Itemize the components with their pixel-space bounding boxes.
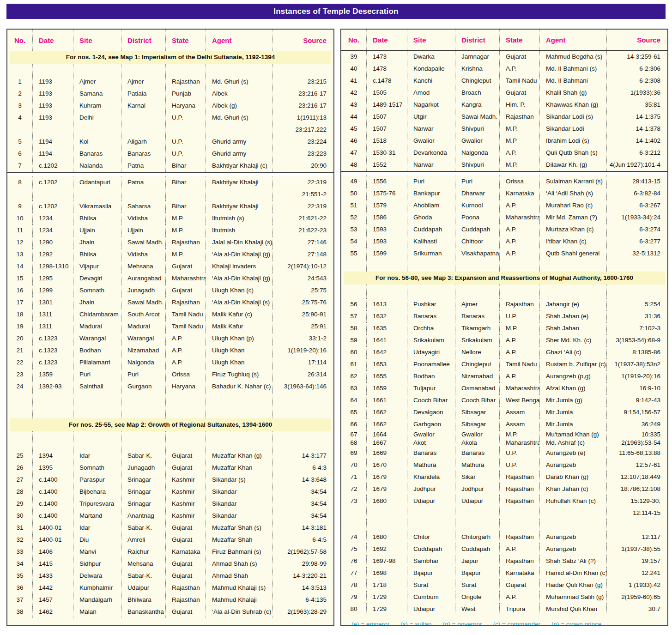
cell-no: 64: [341, 394, 366, 406]
cell-site: Akot: [407, 439, 455, 447]
cell-source: 34:54: [272, 498, 333, 510]
source-line: 14-1:375: [607, 111, 660, 123]
table-row: 661662GarhgaonSibsagarAssamMir Jumla36:2…: [341, 418, 667, 430]
cell-source: 34:54: [272, 486, 333, 498]
table-row: 511579AhobilamKurnoolA.P.Murahari Rao (c…: [341, 200, 667, 212]
source-line: 6-3:267: [607, 200, 660, 212]
cell-date: 1632: [366, 310, 407, 322]
cell-district: Nalgonda: [455, 147, 499, 159]
legend-item: (e) = emperor: [351, 621, 389, 626]
cell-district: Osmanabad: [455, 382, 499, 394]
cell-source: 17:114: [272, 357, 333, 369]
cell-site: Pushkar: [407, 298, 455, 310]
cell-date: c.1323: [32, 333, 73, 345]
cell-date: 1662: [366, 418, 407, 430]
cell-district: Cuddapah: [455, 224, 499, 236]
table-row: 371457MandalgarhBhilwaraRajasthanMahmud …: [7, 594, 333, 606]
cell-date: 1530-31: [366, 147, 407, 159]
table-body-left: For nos. 1-24, see Map 1: Imperialism of…: [7, 51, 333, 618]
cell-site: Kumbhalmir: [73, 582, 121, 594]
spacer-cell: [7, 393, 32, 418]
cell-site: Malan: [73, 606, 121, 618]
cell-no: 35: [7, 570, 32, 582]
cell-agent: Muhammad Salih (g): [539, 591, 606, 603]
cell-agent: Rustam b. Zulfiqar (c): [539, 358, 606, 370]
cell-site: Cuddapah: [407, 543, 455, 555]
table-row: 161299SomnathJunagadhGujaratUlugh Khan (…: [7, 284, 333, 296]
spacer-cell: [165, 64, 206, 76]
cell-source: 6-3:277: [606, 236, 667, 248]
cell-site: Delhi: [73, 112, 121, 136]
cell-site: Dwarka: [407, 51, 455, 63]
page: Instances of Temple Desecration No. Date…: [0, 0, 672, 626]
cell-district: Jodhpur: [455, 483, 499, 495]
cell-no: 67: [341, 430, 366, 439]
cell-source: 15:129-30;12:114-15: [606, 495, 667, 519]
cell-site: Bankapur: [407, 187, 455, 200]
source-line: 2(1963):28-29: [273, 606, 327, 618]
cell-site: Khandela: [407, 471, 455, 483]
cell-state: Tamil Nadu: [165, 308, 206, 321]
table-row: 311400-01IdarSabar-K.GujaratMuzaffar Sha…: [7, 522, 333, 534]
cell-site: Delwara: [73, 570, 121, 582]
spacer-cell: [539, 519, 606, 531]
cell-site: Kanchi: [407, 75, 455, 87]
cell-district: Sawai Madh.: [121, 236, 165, 248]
source-line: 6-2:306: [607, 63, 660, 75]
cell-no: 57: [341, 310, 366, 322]
legend-item: (g) = governor: [442, 621, 482, 626]
cell-date: 1653: [366, 358, 407, 370]
cell-agent: Muzaffar Khan (g): [206, 450, 272, 462]
cell-district: Chittoor: [455, 236, 499, 248]
cell-state: Maharashtra: [499, 212, 539, 224]
cell-date: 1729: [366, 591, 407, 603]
cell-no: 1: [7, 76, 32, 88]
cell-date: 1664: [366, 430, 407, 439]
cell-date: 1692: [366, 543, 407, 555]
source-line: 14-1:402: [607, 135, 660, 147]
source-line: 17:114: [273, 357, 327, 369]
table-row: 121290JhainSawai Madh.RajasthanJalal al-…: [7, 236, 333, 248]
cell-site: Odantapuri: [73, 176, 121, 200]
source-line: 12:57-61: [607, 459, 660, 471]
cell-agent: Haidar Quli Khan (g): [539, 579, 606, 591]
cell-no: 25: [7, 450, 32, 462]
cell-district: Anantnag: [121, 510, 165, 522]
cell-no: 36: [7, 582, 32, 594]
cell-date: 1290: [32, 236, 73, 248]
table-row: 391473DwarkaJamnagarGujaratMahmud Begdha…: [341, 51, 667, 63]
cell-site: Kuhram: [73, 100, 121, 112]
cell-agent: Khalaji invaders: [206, 260, 272, 272]
cell-source: 12:241: [606, 567, 667, 579]
cell-agent: Firuz Tughluq (s): [206, 369, 272, 381]
cell-state: Assam: [499, 418, 539, 430]
cell-date: 1507: [366, 111, 407, 123]
legend-item: (c) = commander: [493, 621, 540, 626]
col-header-no: No.: [7, 30, 32, 51]
cell-date: 1395: [32, 462, 73, 474]
cell-date: 1406: [32, 546, 73, 558]
cell-site: Warangal: [73, 333, 121, 345]
spacer-cell: [32, 431, 73, 450]
cell-state: U.P.: [165, 112, 206, 136]
cell-agent: Aurangzeb: [539, 531, 606, 543]
cell-source: 23:224: [272, 136, 333, 148]
cell-site: Cooch Bihar: [407, 394, 455, 406]
cell-state: M.P.: [165, 212, 206, 224]
cell-state: Tamil Nadu: [499, 75, 539, 87]
source-line: 9:142-43: [607, 394, 660, 406]
col-header-site: Site: [407, 30, 455, 50]
cell-source: 32-5:1312: [606, 248, 667, 260]
table-row: 361442KumbhalmirUdaipurRajasthanMahmud K…: [7, 582, 333, 594]
cell-agent: Qutb Shahi general: [539, 248, 606, 260]
cell-site: Mathura: [407, 459, 455, 471]
cell-no: 30: [7, 510, 32, 522]
cell-no: 37: [7, 594, 32, 606]
cell-date: 1556: [366, 175, 407, 187]
cell-date: 1661: [366, 394, 407, 406]
cell-state: Tamil Nadu: [499, 358, 539, 370]
cell-district: Karnal: [121, 100, 165, 112]
cell-source: 11:65-68;13:88: [606, 447, 667, 459]
cell-district: Sabar-K.: [121, 570, 165, 582]
cell-no: 46: [341, 135, 366, 147]
